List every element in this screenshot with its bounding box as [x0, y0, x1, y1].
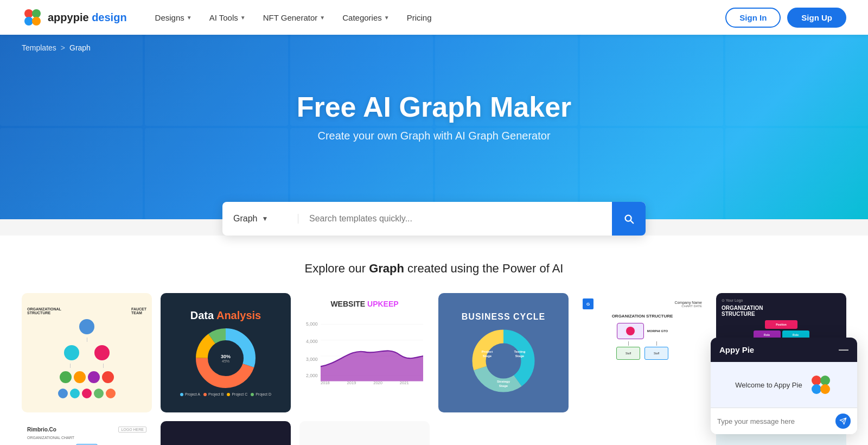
navbar: appypie design Designs ▼ AI Tools ▼ NFT …	[0, 0, 868, 35]
svg-text:2020: 2020	[373, 380, 382, 384]
svg-point-1	[32, 9, 41, 18]
nav-categories[interactable]: Categories ▼	[336, 9, 395, 27]
search-bar: Graph ▼	[222, 202, 646, 236]
org-header: ORGANIZATIONALSTRUCTURE FAUCETTEAM	[27, 307, 146, 315]
chat-widget: Appy Pie — Welcome to Appy Pie	[711, 338, 857, 434]
template-card-business-cycle[interactable]: BUSINESS CYCLE Project Stage Testing	[438, 293, 569, 412]
svg-point-0	[24, 9, 33, 18]
nav-buttons: Sign In Sign Up	[725, 8, 846, 28]
donut-chart: Project Stage Testing Stage Strategy Sta…	[471, 328, 536, 393]
search-container: Graph ▼	[0, 202, 868, 236]
template-card-rimbrio[interactable]: Rimbrio.Co LOGO HERE ORGANIZATIONAL CHAR…	[22, 421, 152, 445]
chat-welcome-text: Welcome to Appy Pie	[735, 381, 802, 389]
template-card-org-blue[interactable]: G Company Name CHART DATE ORGANIZATION S…	[577, 293, 707, 412]
logo-icon	[22, 7, 43, 28]
svg-point-34	[820, 376, 830, 385]
area-chart: 5,000 4,000 3,000 2,000 2018 2019 2020	[306, 314, 423, 384]
svg-text:3,000: 3,000	[306, 357, 318, 362]
org-colorful-title: ORGANIZATIONSTRUCTURE	[722, 305, 841, 317]
hero-title: Free AI Graph Maker	[297, 91, 572, 123]
chat-input[interactable]	[717, 417, 835, 425]
chevron-down-icon: ▼	[240, 15, 246, 21]
chat-title: Appy Pie	[719, 345, 754, 354]
search-category-dropdown[interactable]: Graph ▼	[222, 214, 298, 224]
business-cycle-title: BUSINESS CYCLE	[462, 312, 545, 322]
nav-links: Designs ▼ AI Tools ▼ NFT Generator ▼ Cat…	[149, 9, 726, 27]
search-input[interactable]	[298, 214, 612, 224]
svg-text:5,000: 5,000	[306, 321, 318, 327]
svg-text:2,000: 2,000	[306, 373, 318, 378]
hero-background	[0, 35, 868, 219]
breadcrumb-templates[interactable]: Templates	[22, 43, 56, 52]
chat-header: Appy Pie —	[711, 338, 857, 362]
pie-legend: Project A Project B Project C Project D	[180, 392, 271, 396]
template-card-data-analysis[interactable]: Data Analysis 30% 45%	[161, 293, 291, 412]
template-card-income-analysis[interactable]: INCOME ANALYSIS	[438, 421, 569, 445]
chat-input-area	[711, 408, 857, 434]
svg-text:Strategy: Strategy	[497, 380, 510, 383]
chevron-down-icon: ▼	[261, 215, 268, 223]
hero-section: Templates > Graph Free AI Graph Maker Cr…	[0, 35, 868, 219]
send-icon	[839, 417, 847, 425]
nav-designs[interactable]: Designs ▼	[149, 9, 199, 27]
template-card-infographic-tree[interactable]: INFOGRAPHIC TREE 01 Step 02 Step 03 Step	[299, 421, 430, 445]
search-icon	[623, 213, 635, 225]
website-upkeep-title: WEBSITE UPKEEP	[330, 300, 398, 308]
data-analysis-title: Data Analysis	[190, 309, 261, 322]
breadcrumb-separator: >	[61, 43, 65, 52]
svg-point-2	[24, 17, 33, 26]
svg-point-3	[32, 17, 41, 26]
signup-button[interactable]: Sign Up	[787, 8, 846, 28]
svg-text:Stage: Stage	[499, 384, 508, 387]
chevron-down-icon: ▼	[320, 15, 325, 21]
svg-text:2021: 2021	[400, 380, 409, 384]
svg-text:Testing: Testing	[514, 350, 526, 353]
breadcrumb: Templates > Graph	[22, 43, 91, 52]
hero-subtitle: Create your own Graph with AI Graph Gene…	[317, 130, 550, 142]
svg-text:4,000: 4,000	[306, 339, 318, 344]
search-category-label: Graph	[233, 214, 257, 224]
nav-nft-generator[interactable]: NFT Generator ▼	[257, 9, 332, 27]
template-card-adaptive-biz[interactable]: ADAPTIVE BUSINESSINFOGRAPHICS 1 2	[577, 421, 707, 445]
section-title: Explore our Graph created using the Powe…	[22, 262, 846, 276]
template-card-website-upkeep[interactable]: WEBSITE UPKEEP 5,000 4,000 3,000 2,000	[299, 293, 430, 412]
logo[interactable]: appypie design	[22, 7, 127, 28]
chevron-down-icon: ▼	[187, 15, 192, 21]
svg-point-33	[812, 376, 821, 385]
nav-pricing[interactable]: Pricing	[400, 9, 438, 27]
org-colorful-logo: ⊙ Your Logo	[722, 298, 841, 303]
nav-ai-tools[interactable]: AI Tools ▼	[203, 9, 252, 27]
svg-text:2019: 2019	[347, 380, 356, 384]
pie-chart: 30% 45%	[196, 328, 256, 388]
chevron-down-icon: ▼	[384, 15, 390, 21]
template-card-org-structure[interactable]: ORGANIZATIONALSTRUCTURE FAUCETTEAM	[22, 293, 152, 412]
svg-point-35	[812, 384, 821, 394]
chat-appy-logo	[809, 373, 833, 397]
breadcrumb-current: Graph	[69, 43, 91, 52]
org-blue-header: G Company Name CHART DATE	[583, 298, 702, 309]
svg-point-36	[820, 384, 830, 394]
svg-text:Stage: Stage	[515, 354, 525, 358]
svg-text:Project: Project	[482, 350, 493, 353]
search-button[interactable]	[612, 202, 646, 236]
chat-close-button[interactable]: —	[839, 344, 848, 355]
org-nodes	[27, 319, 146, 398]
chat-send-button[interactable]	[835, 414, 851, 429]
svg-text:Stage: Stage	[483, 354, 492, 358]
svg-text:2018: 2018	[321, 380, 330, 384]
logo-text: appypie design	[48, 11, 127, 24]
chat-body: Welcome to Appy Pie	[711, 362, 857, 408]
template-card-mobile-visitors[interactable]: MOBILE Visitors	[161, 421, 291, 445]
signin-button[interactable]: Sign In	[725, 8, 781, 28]
